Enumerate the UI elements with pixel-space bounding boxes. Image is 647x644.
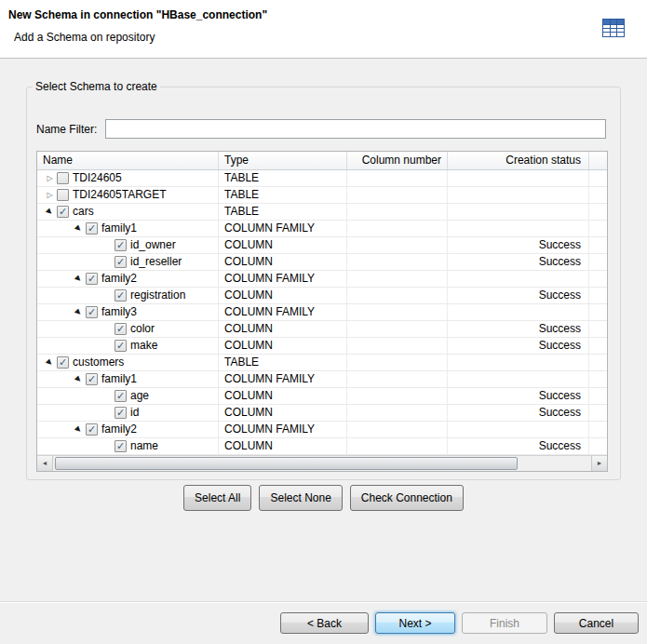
collapsed-expander-icon[interactable]: ▷ bbox=[43, 170, 57, 186]
tree-row-family2[interactable]: ▶✓family2COLUMN FAMILY bbox=[37, 422, 607, 438]
check-connection-button[interactable]: Check Connection bbox=[350, 485, 464, 511]
cell-stub bbox=[589, 288, 607, 303]
scrollbar-track[interactable] bbox=[53, 456, 591, 471]
cell-column-number bbox=[347, 321, 448, 337]
name-filter-input[interactable] bbox=[105, 119, 606, 139]
table-header-row: NameTypeColumn numberCreation status bbox=[37, 152, 607, 170]
cell-type: COLUMN FAMILY bbox=[219, 304, 347, 320]
row-checkbox[interactable] bbox=[57, 172, 69, 184]
select-all-button[interactable]: Select All bbox=[183, 485, 251, 511]
row-checkbox[interactable] bbox=[57, 189, 69, 201]
horizontal-scrollbar[interactable]: ◄ ► bbox=[37, 455, 607, 471]
cell-column-number bbox=[347, 204, 448, 220]
cell-creation-status: Success bbox=[448, 288, 589, 303]
tree-row-family3[interactable]: ▶✓family3COLUMN FAMILY bbox=[37, 304, 607, 321]
cell-name: ▶✓family3 bbox=[37, 304, 219, 320]
row-checkbox[interactable]: ✓ bbox=[115, 239, 127, 251]
cell-stub bbox=[589, 422, 607, 437]
tree-row-TDI24605[interactable]: ▷TDI24605TABLE bbox=[37, 170, 607, 187]
cell-creation-status bbox=[448, 304, 589, 320]
cell-name: ✓name bbox=[37, 438, 219, 454]
wizard-header: New Schema in connection "HBase_connecti… bbox=[0, 0, 647, 59]
finish-button[interactable]: Finish bbox=[462, 612, 547, 634]
cell-type: TABLE bbox=[219, 187, 347, 203]
column-header-column-number[interactable]: Column number bbox=[347, 152, 448, 169]
tree-row-registration[interactable]: ✓registrationCOLUMNSuccess bbox=[37, 288, 607, 304]
cell-name: ✓age bbox=[37, 388, 219, 404]
cell-name: ▶✓family1 bbox=[37, 371, 219, 387]
cell-creation-status: Success bbox=[448, 388, 589, 404]
cell-stub bbox=[589, 321, 607, 337]
tree-row-family1[interactable]: ▶✓family1COLUMN FAMILY bbox=[37, 371, 607, 388]
collapsed-expander-icon[interactable]: ▷ bbox=[43, 187, 57, 203]
row-label: make bbox=[130, 338, 157, 354]
cell-stub bbox=[589, 438, 607, 454]
cell-type: COLUMN FAMILY bbox=[219, 422, 347, 437]
tree-row-TDI24605TARGET[interactable]: ▷TDI24605TARGETTABLE bbox=[37, 187, 607, 204]
scroll-left-arrow-icon[interactable]: ◄ bbox=[37, 456, 53, 471]
cell-creation-status: Success bbox=[448, 321, 589, 337]
back-button[interactable]: < Back bbox=[280, 612, 369, 634]
cell-column-number bbox=[347, 371, 448, 387]
cell-name: ✓registration bbox=[37, 288, 219, 303]
scroll-right-arrow-icon[interactable]: ► bbox=[591, 456, 607, 471]
row-label: family3 bbox=[101, 304, 137, 320]
cell-name: ✓make bbox=[37, 338, 219, 354]
tree-row-family1[interactable]: ▶✓family1COLUMN FAMILY bbox=[37, 221, 607, 237]
row-checkbox[interactable]: ✓ bbox=[115, 256, 127, 268]
cell-type: COLUMN bbox=[219, 237, 347, 253]
cell-creation-status: Success bbox=[448, 405, 589, 421]
cell-column-number bbox=[347, 254, 448, 270]
next-button[interactable]: Next > bbox=[375, 612, 455, 634]
tree-row-age[interactable]: ✓ageCOLUMNSuccess bbox=[37, 388, 607, 405]
row-label: registration bbox=[130, 288, 185, 303]
tree-row-customers[interactable]: ▶✓customersTABLE bbox=[37, 355, 607, 371]
row-checkbox[interactable]: ✓ bbox=[115, 440, 127, 452]
tree-row-family2[interactable]: ▶✓family2COLUMN FAMILY bbox=[37, 271, 607, 288]
group-label: Select Schema to create bbox=[33, 80, 160, 93]
row-label: customers bbox=[73, 355, 124, 370]
wizard-footer: < Back Next > Finish Cancel bbox=[0, 601, 647, 644]
cell-name: ▶✓customers bbox=[37, 355, 219, 370]
cell-creation-status: Success bbox=[448, 338, 589, 354]
tree-row-id_reseller[interactable]: ✓id_resellerCOLUMNSuccess bbox=[37, 254, 607, 271]
scrollbar-thumb[interactable] bbox=[55, 457, 518, 470]
row-checkbox[interactable]: ✓ bbox=[115, 407, 127, 419]
cell-column-number bbox=[347, 422, 448, 437]
select-none-button[interactable]: Select None bbox=[259, 485, 342, 511]
tree-row-id_owner[interactable]: ✓id_ownerCOLUMNSuccess bbox=[37, 237, 607, 254]
column-header-name[interactable]: Name bbox=[37, 152, 219, 169]
cell-name: ▶✓cars bbox=[37, 204, 219, 220]
row-checkbox[interactable]: ✓ bbox=[115, 323, 127, 335]
cell-stub bbox=[589, 170, 607, 186]
cell-stub bbox=[589, 371, 607, 387]
cell-stub bbox=[589, 187, 607, 203]
row-label: age bbox=[130, 388, 149, 404]
cell-stub bbox=[589, 204, 607, 220]
tree-row-name[interactable]: ✓nameCOLUMNSuccess bbox=[37, 438, 607, 455]
row-checkbox[interactable]: ✓ bbox=[115, 289, 127, 302]
column-header-type[interactable]: Type bbox=[219, 152, 347, 169]
tree-row-id[interactable]: ✓idCOLUMNSuccess bbox=[37, 405, 607, 422]
tree-row-cars[interactable]: ▶✓carsTABLE bbox=[37, 204, 607, 221]
cancel-button[interactable]: Cancel bbox=[554, 612, 639, 634]
cell-name: ▶✓family2 bbox=[37, 422, 219, 437]
wizard-title: New Schema in connection "HBase_connecti… bbox=[8, 8, 267, 21]
cell-column-number bbox=[347, 304, 448, 320]
column-header-creation-status[interactable]: Creation status bbox=[448, 152, 589, 169]
cell-type: TABLE bbox=[219, 355, 347, 370]
cell-creation-status bbox=[448, 221, 589, 236]
schema-tree-table: NameTypeColumn numberCreation status ▷TD… bbox=[36, 151, 608, 472]
tree-row-make[interactable]: ✓makeCOLUMNSuccess bbox=[37, 338, 607, 355]
row-checkbox[interactable]: ✓ bbox=[115, 390, 127, 402]
cell-creation-status bbox=[448, 271, 589, 287]
tree-row-color[interactable]: ✓colorCOLUMNSuccess bbox=[37, 321, 607, 338]
cell-type: COLUMN FAMILY bbox=[219, 371, 347, 387]
cell-column-number bbox=[347, 288, 448, 303]
row-checkbox[interactable]: ✓ bbox=[115, 340, 127, 352]
cell-creation-status: Success bbox=[448, 438, 589, 454]
select-schema-group: Select Schema to create Name Filter: Nam… bbox=[26, 80, 621, 480]
row-label: id_reseller bbox=[130, 254, 182, 270]
cell-name: ✓id bbox=[37, 405, 219, 421]
cell-column-number bbox=[347, 271, 448, 287]
